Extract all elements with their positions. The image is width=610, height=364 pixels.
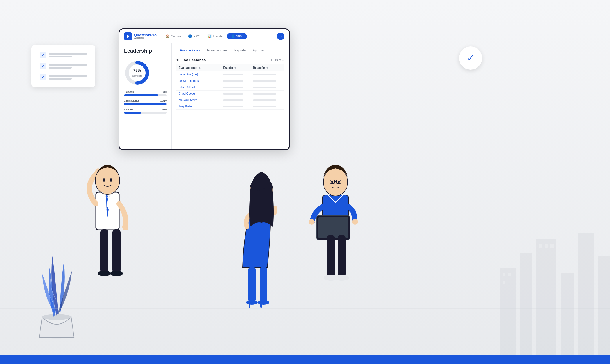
nav-items: 🏠 Culture 🔵 EXO 📊 Trends 👤 360° (162, 33, 273, 39)
nav-item-trends[interactable]: 📊 Trends (204, 33, 226, 39)
progress-value-2: 10/10 (160, 99, 167, 102)
progress-value-3: 4/10 (162, 108, 167, 111)
nav-item-360[interactable]: 👤 360° (227, 33, 247, 39)
row-name-1[interactable]: John Doe (me) (176, 71, 221, 78)
progress-fill-1 (124, 94, 158, 96)
progress-row-2: ...minaciones 10/10 (124, 99, 167, 105)
progress-fill-2 (124, 103, 167, 105)
app-navbar: P QuestionPro Workforce 🏠 Culture 🔵 EXO … (119, 29, 289, 43)
checkbox-3: ✓ (40, 74, 46, 80)
checklist-item-3: ✓ (40, 74, 87, 80)
right-panel: Evaluaciones Nominaciones Reporte Aproba… (172, 43, 289, 149)
tab-evaluaciones[interactable]: Evaluaciones (176, 47, 204, 54)
svg-rect-5 (598, 256, 610, 355)
table-row: John Doe (me) (176, 71, 284, 78)
nav-item-exo[interactable]: 🔵 EXO (185, 33, 203, 39)
row-name-2[interactable]: Jeswin Thomas (176, 78, 221, 84)
trends-icon: 📊 (207, 34, 212, 38)
speech-bubble: ✓ (459, 46, 482, 70)
checkbox-1: ✓ (40, 52, 46, 58)
svg-rect-9 (539, 244, 542, 248)
tab-reporte[interactable]: Reporte (231, 47, 249, 54)
progress-label-3: Reporte (124, 108, 133, 111)
row-estado-6 (221, 103, 250, 110)
row-estado-4 (221, 91, 250, 97)
svg-rect-3 (561, 273, 574, 355)
svg-rect-1 (520, 253, 532, 355)
table-row: Jeswin Thomas (176, 78, 284, 84)
svg-rect-4 (578, 233, 594, 355)
monitor-container: P QuestionPro Workforce 🏠 Culture 🔵 EXO … (119, 28, 290, 150)
row-name-6[interactable]: Troy Bolton (176, 103, 221, 110)
progress-label-2: ...minaciones (124, 99, 139, 102)
table-row: Maxwell Smith (176, 97, 284, 103)
qp-logo: P QuestionPro Workforce (124, 32, 157, 40)
nav-item-culture[interactable]: 🏠 Culture (162, 33, 184, 39)
checklist-card: ✓ ✓ ✓ (31, 45, 95, 87)
checklist-item-2: ✓ (40, 63, 87, 69)
monitor: P QuestionPro Workforce 🏠 Culture 🔵 EXO … (119, 28, 290, 150)
row-estado-2 (221, 78, 250, 84)
donut-chart: 75% Completo (124, 60, 150, 86)
row-estado-3 (221, 84, 250, 91)
svg-rect-8 (503, 281, 505, 284)
table-row: Chad Cooper (176, 91, 284, 97)
home-icon: 🏠 (165, 34, 170, 38)
row-name-4[interactable]: Chad Cooper (176, 91, 221, 97)
progress-fill-3 (124, 112, 141, 114)
panel-title: Leadership (124, 48, 167, 54)
progress-row-3: Reporte 4/10 (124, 108, 167, 114)
col-relacion[interactable]: Relación ⇅ (251, 64, 284, 71)
donut-percentage: 75% (132, 68, 142, 73)
donut-label: Completo (132, 75, 142, 77)
qp-logo-icon: P (124, 32, 132, 40)
table-row: Billie Clifford (176, 84, 284, 91)
app-content: Leadership 75% Completo (119, 43, 289, 149)
person-icon: 👤 (231, 34, 235, 38)
tab-nominaciones[interactable]: Nominaciones (204, 47, 231, 54)
eval-table: Evaluaciones ⇅ Estado ⇅ Relación ⇅ (176, 64, 284, 110)
row-name-3[interactable]: Billie Clifford (176, 84, 221, 91)
progress-label-1: ...ciones (124, 91, 134, 93)
bubble-checkmark: ✓ (467, 53, 475, 64)
progress-value-1: 8/10 (162, 91, 167, 93)
row-estado-1 (221, 71, 250, 78)
svg-rect-10 (545, 244, 548, 248)
table-row: Troy Bolton (176, 103, 284, 110)
tabs: Evaluaciones Nominaciones Reporte Aproba… (176, 47, 284, 54)
user-avatar[interactable]: JP (277, 33, 284, 40)
sort-icon-estado: ⇅ (234, 67, 236, 69)
svg-rect-0 (500, 268, 516, 355)
tab-aprobac[interactable]: Aprobac... (249, 47, 271, 54)
eval-count: 10 Evaluaciones (176, 58, 206, 62)
row-relacion-2 (251, 78, 284, 84)
pagination: 1 - 10 of ... (270, 58, 284, 62)
progress-row-1: ...ciones 8/10 (124, 91, 167, 96)
buildings-decoration (494, 210, 610, 355)
table-header-row: 10 Evaluaciones 1 - 10 of ... (176, 58, 284, 62)
svg-rect-7 (508, 273, 511, 276)
row-relacion-4 (251, 91, 284, 97)
row-relacion-3 (251, 84, 284, 91)
row-relacion-5 (251, 97, 284, 103)
row-relacion-6 (251, 103, 284, 110)
sort-icon-evaluaciones: ⇅ (199, 67, 201, 69)
col-estado[interactable]: Estado ⇅ (221, 64, 250, 71)
checkbox-2: ✓ (40, 63, 46, 69)
qp-logo-sub: Workforce (134, 37, 157, 39)
svg-rect-2 (536, 239, 556, 355)
bottom-bar (0, 355, 610, 364)
exo-icon: 🔵 (188, 34, 192, 38)
sort-icon-relacion: ⇅ (266, 67, 268, 69)
row-name-5[interactable]: Maxwell Smith (176, 97, 221, 103)
checklist-item-1: ✓ (40, 52, 87, 58)
col-evaluaciones[interactable]: Evaluaciones ⇅ (176, 64, 221, 71)
left-panel: Leadership 75% Completo (119, 43, 172, 149)
svg-rect-6 (503, 273, 505, 276)
svg-rect-11 (550, 244, 554, 248)
row-estado-5 (221, 97, 250, 103)
progress-section: ...ciones 8/10 ...minaciones 10/10 (124, 91, 167, 114)
row-relacion-1 (251, 71, 284, 78)
